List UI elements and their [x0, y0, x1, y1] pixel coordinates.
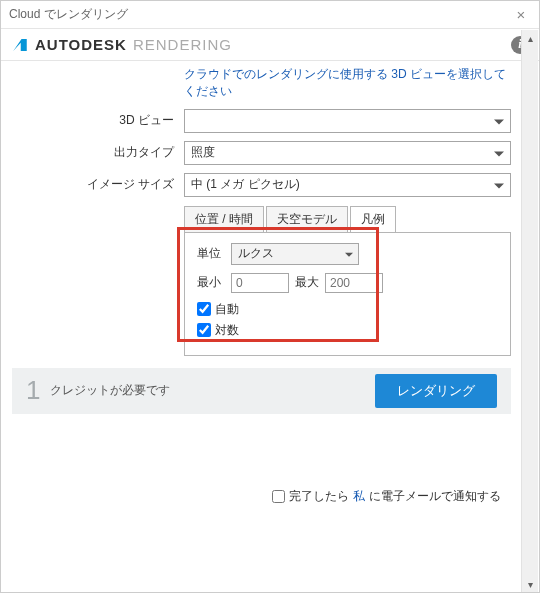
select-unit-value: ルクス	[238, 245, 274, 262]
label-max: 最大	[295, 274, 319, 291]
label-log: 対数	[215, 322, 239, 339]
brand-name: AUTODESK	[35, 36, 127, 53]
label-min: 最小	[197, 274, 225, 291]
select-output-type-value: 照度	[191, 144, 215, 161]
label-3d-view: 3D ビュー	[12, 112, 184, 129]
brand-logo: AUTODESK RENDERING	[11, 36, 232, 54]
notify-row: 完了したら 私 に電子メールで通知する	[272, 488, 501, 505]
brand-ribbon: AUTODESK RENDERING i	[1, 29, 539, 61]
label-auto: 自動	[215, 301, 239, 318]
window-title: Cloud でレンダリング	[9, 6, 128, 23]
checkbox-log[interactable]	[197, 323, 211, 337]
tab-strip: 位置 / 時間 天空モデル 凡例	[184, 205, 511, 232]
notify-suffix: に電子メールで通知する	[369, 488, 501, 505]
checkbox-notify[interactable]	[272, 490, 285, 503]
notify-link[interactable]: 私	[353, 488, 365, 505]
close-icon[interactable]: ×	[511, 6, 531, 23]
brand-sub: RENDERING	[133, 36, 232, 53]
select-image-size[interactable]: 中 (1 メガ ピクセル)	[184, 173, 511, 197]
select-image-size-value: 中 (1 メガ ピクセル)	[191, 176, 300, 193]
tab-location-time[interactable]: 位置 / 時間	[184, 206, 264, 233]
select-3d-view[interactable]	[184, 109, 511, 133]
select-unit[interactable]: ルクス	[231, 243, 359, 265]
input-min[interactable]	[231, 273, 289, 293]
scroll-down-icon[interactable]: ▾	[522, 576, 538, 593]
credit-count: 1	[26, 375, 40, 406]
label-image-size: イメージ サイズ	[12, 176, 184, 193]
tab-sky-model[interactable]: 天空モデル	[266, 206, 348, 233]
tab-panel-legend: 単位 ルクス 最小 最大 自動 対数	[184, 232, 511, 356]
tab-legend[interactable]: 凡例	[350, 206, 396, 233]
vertical-scrollbar[interactable]: ▴ ▾	[521, 30, 538, 593]
label-unit: 単位	[197, 245, 225, 262]
select-output-type[interactable]: 照度	[184, 141, 511, 165]
content-area: クラウドでのレンダリングに使用する 3D ビューを選択してください 3D ビュー…	[2, 62, 521, 591]
render-button[interactable]: レンダリング	[375, 374, 497, 408]
checkbox-auto[interactable]	[197, 302, 211, 316]
credit-text: クレジットが必要です	[50, 382, 170, 399]
footer-bar: 1 クレジットが必要です レンダリング	[12, 368, 511, 414]
autodesk-icon	[11, 36, 29, 54]
input-max[interactable]	[325, 273, 383, 293]
scroll-up-icon[interactable]: ▴	[522, 30, 538, 47]
instruction-text: クラウドでのレンダリングに使用する 3D ビューを選択してください	[184, 66, 507, 101]
window-titlebar: Cloud でレンダリング ×	[1, 1, 539, 29]
notify-prefix: 完了したら	[289, 488, 349, 505]
label-output-type: 出力タイプ	[12, 144, 184, 161]
